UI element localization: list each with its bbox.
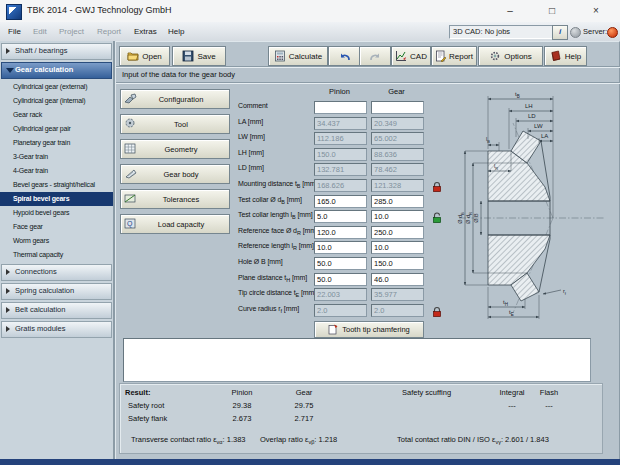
field-label: LD [mm] [238,164,314,173]
sidebar-item-bevel-gears-straight[interactable]: Bevel gears - straight/helical [0,178,113,192]
title-bar: TBK 2014 - GWJ Technology GmbH – □ × [0,0,620,23]
tool-button[interactable]: Tool [120,114,230,134]
tool-cutter-icon [121,117,139,131]
chamfer-icon [328,324,338,335]
sidebar-item-4-gear-train[interactable]: 4-Gear train [0,164,113,178]
sidebar-item-cylindrical-gear-external[interactable]: Cylindrical gear (external) [0,80,113,94]
sidebar-section-connections[interactable]: Connections [1,264,112,281]
comment-pinion-input[interactable] [314,101,367,114]
overlap-ratio: Overlap ratio εvβ: 1.218 [260,435,337,445]
mounting-distance-gear-input [371,179,424,192]
menu-project[interactable]: Project [56,25,87,38]
calculate-button[interactable]: Calculate [268,46,328,66]
sidebar-item-3-gear-train[interactable]: 3-Gear train [0,150,113,164]
reference-face-pinion-input[interactable] [314,226,367,239]
tip-circle-distance-pinion-input [314,288,367,301]
maximize-button[interactable]: □ [532,0,572,21]
sidebar-item-cylindrical-gear-pair[interactable]: Cylindrical gear pair [0,122,113,136]
result-col-gear: Gear [284,388,324,397]
load-capacity-button[interactable]: Q Load capacity [120,214,230,234]
menu-extras[interactable]: Extras [131,25,160,38]
cad-button[interactable]: CAD [391,46,431,66]
test-collar-length-gear-input[interactable] [371,210,424,223]
test-collar-length-pinion-input[interactable] [314,210,367,223]
field-label: Comment [238,102,314,111]
safety-flank-gear: 2.717 [284,414,324,423]
tolerances-button[interactable]: Tolerances [120,189,230,209]
sidebar-item-thermal-capacity[interactable]: Thermal capacity [0,248,113,262]
info-button[interactable]: i [552,25,568,40]
minimize-button[interactable]: – [490,0,530,21]
plane-distance-pinion-input[interactable] [314,273,367,286]
geometry-button[interactable]: Geometry [120,139,230,159]
configuration-button[interactable]: Configuration [120,89,230,109]
calculator-icon [274,50,286,62]
svg-text:LH: LH [525,103,533,109]
tooth-tip-chamfering-button[interactable]: Tooth tip chamfering [314,321,424,338]
lock-open-icon[interactable] [431,210,443,222]
sidebar-item-gear-rack[interactable]: Gear rack [0,108,113,122]
load-capacity-icon: Q [121,218,139,231]
undo-button[interactable] [328,46,360,66]
collapsed-arrow-icon [6,48,10,54]
comment-gear-input[interactable] [371,101,424,114]
open-button[interactable]: Open [119,46,170,66]
reference-face-gear-input[interactable] [371,226,424,239]
menu-help[interactable]: Help [165,25,187,38]
help-book-icon [550,50,562,62]
collapsed-arrow-icon [6,326,10,332]
la-pinion-input [314,117,367,130]
field-label: Tip circle distance tE [mm] [238,289,314,298]
sidebar-item-hypoid-bevel-gears[interactable]: Hypoid bevel gears [0,206,113,220]
plane-distance-gear-input[interactable] [371,273,424,286]
field-label: Hole Ø B [mm] [238,258,314,267]
result-col-scuffing: Safety scuffing [402,388,451,397]
menu-edit[interactable]: Edit [30,25,50,38]
redo-button[interactable] [359,46,391,66]
reference-length-gear-input[interactable] [371,241,424,254]
field-label: Mounting distance tB [mm] [238,180,314,189]
page-title: Input of the data for the gear body [116,66,620,83]
sidebar-item-spiral-bevel-gears[interactable]: Spiral bevel gears [0,192,113,206]
sidebar-section-belt-calculation[interactable]: Belt calculation [1,302,112,319]
close-button[interactable]: × [576,0,616,21]
reference-length-pinion-input[interactable] [314,241,367,254]
curve-radius-pinion-input [314,304,367,317]
lock-closed-icon[interactable] [431,179,443,191]
save-button[interactable]: Save [172,46,226,66]
safety-flank-label: Safety flank [128,414,167,423]
field-label: Plane distance tH [mm] [238,274,314,283]
options-button[interactable]: Options [478,46,543,66]
gear-column-header: Gear [371,87,422,96]
report-button[interactable]: Report [431,46,477,66]
scuffing-flash-value: --- [531,401,567,410]
lw-gear-input [371,132,424,145]
cad-status-box: 3D CAD: No jobs [449,25,554,39]
menu-file[interactable]: File [5,25,24,38]
hole-gear-input[interactable] [371,257,424,270]
gear-body-cone-icon [121,168,139,181]
gear-body-button[interactable]: Gear body [120,164,230,184]
hole-pinion-input[interactable] [314,257,367,270]
pinion-column-header: Pinion [314,87,365,96]
menu-report[interactable]: Report [94,25,124,38]
help-button[interactable]: Help [544,46,587,66]
sidebar-item-planetary-gear-train[interactable]: Planetary gear train [0,136,113,150]
lock-closed-icon[interactable] [431,304,443,316]
scuffing-integral-value: --- [492,401,532,410]
result-col-flash: Flash [531,388,567,397]
ld-pinion-input [314,163,367,176]
sidebar-item-worm-gears[interactable]: Worm gears [0,234,113,248]
sidebar-item-face-gear[interactable]: Face gear [0,220,113,234]
sidebar-item-cylindrical-gear-internal[interactable]: Cylindrical gear (internal) [0,94,113,108]
sidebar-section-gear-calculation[interactable]: Gear calculation [1,62,112,79]
sidebar-section-shaft-bearings[interactable]: Shaft / bearings [1,43,112,60]
sidebar-section-gratis-modules[interactable]: Gratis modules [1,321,112,338]
sidebar-section-spring-calculation[interactable]: Spring calculation [1,283,112,300]
open-folder-icon [127,50,139,62]
safety-root-label: Safety root [128,401,164,410]
notes-textarea[interactable] [123,338,591,382]
test-collar-diameter-gear-input[interactable] [371,195,424,208]
test-collar-diameter-pinion-input[interactable] [314,195,367,208]
geometry-grid-icon [121,143,139,156]
